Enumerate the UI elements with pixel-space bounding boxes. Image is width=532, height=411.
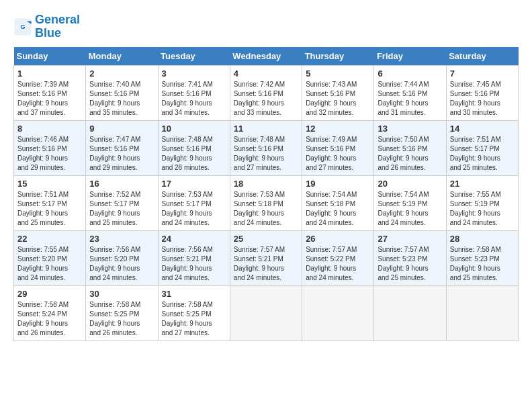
day-info: Sunrise: 7:56 AM Sunset: 5:20 PM Dayligh… bbox=[89, 245, 154, 283]
calendar-cell bbox=[446, 285, 518, 340]
day-number: 24 bbox=[162, 234, 226, 244]
day-number: 29 bbox=[17, 289, 82, 299]
day-number: 5 bbox=[306, 68, 370, 79]
header-monday: Monday bbox=[86, 47, 158, 66]
calendar-cell: 31Sunrise: 7:58 AM Sunset: 5:25 PM Dayli… bbox=[158, 285, 230, 340]
day-info: Sunrise: 7:58 AM Sunset: 5:24 PM Dayligh… bbox=[17, 300, 82, 338]
header-saturday: Saturday bbox=[446, 47, 518, 66]
calendar-week-2: 8Sunrise: 7:46 AM Sunset: 5:16 PM Daylig… bbox=[14, 120, 519, 175]
day-info: Sunrise: 7:54 AM Sunset: 5:19 PM Dayligh… bbox=[378, 190, 442, 228]
day-number: 15 bbox=[17, 179, 82, 189]
calendar-cell: 9Sunrise: 7:47 AM Sunset: 5:16 PM Daylig… bbox=[86, 120, 158, 175]
day-number: 28 bbox=[450, 234, 515, 244]
calendar-cell: 30Sunrise: 7:58 AM Sunset: 5:25 PM Dayli… bbox=[86, 285, 158, 340]
day-number: 11 bbox=[234, 124, 298, 134]
header-wednesday: Wednesday bbox=[230, 47, 302, 66]
day-info: Sunrise: 7:43 AM Sunset: 5:16 PM Dayligh… bbox=[306, 80, 370, 118]
day-info: Sunrise: 7:48 AM Sunset: 5:16 PM Dayligh… bbox=[234, 135, 298, 173]
day-info: Sunrise: 7:53 AM Sunset: 5:17 PM Dayligh… bbox=[162, 190, 226, 228]
calendar-cell: 24Sunrise: 7:56 AM Sunset: 5:21 PM Dayli… bbox=[158, 230, 230, 285]
calendar-cell: 25Sunrise: 7:57 AM Sunset: 5:21 PM Dayli… bbox=[230, 230, 302, 285]
day-info: Sunrise: 7:57 AM Sunset: 5:22 PM Dayligh… bbox=[306, 245, 370, 283]
calendar-cell: 17Sunrise: 7:53 AM Sunset: 5:17 PM Dayli… bbox=[158, 175, 230, 230]
calendar-cell: 22Sunrise: 7:55 AM Sunset: 5:20 PM Dayli… bbox=[14, 230, 86, 285]
day-number: 26 bbox=[306, 234, 370, 244]
page-header: G General Blue bbox=[13, 13, 519, 40]
logo: G General Blue bbox=[13, 13, 80, 40]
day-number: 20 bbox=[378, 179, 442, 189]
day-number: 2 bbox=[89, 68, 154, 79]
day-info: Sunrise: 7:58 AM Sunset: 5:25 PM Dayligh… bbox=[89, 300, 154, 338]
calendar-cell: 15Sunrise: 7:51 AM Sunset: 5:17 PM Dayli… bbox=[14, 175, 86, 230]
day-number: 17 bbox=[162, 179, 226, 189]
calendar-cell: 5Sunrise: 7:43 AM Sunset: 5:16 PM Daylig… bbox=[302, 65, 374, 120]
logo-icon: G bbox=[13, 17, 32, 36]
day-number: 22 bbox=[17, 234, 82, 244]
day-number: 23 bbox=[89, 234, 154, 244]
header-thursday: Thursday bbox=[302, 47, 374, 66]
calendar-cell: 8Sunrise: 7:46 AM Sunset: 5:16 PM Daylig… bbox=[14, 120, 86, 175]
calendar-cell: 19Sunrise: 7:54 AM Sunset: 5:18 PM Dayli… bbox=[302, 175, 374, 230]
calendar-table: SundayMondayTuesdayWednesdayThursdayFrid… bbox=[13, 47, 519, 341]
day-number: 4 bbox=[234, 68, 298, 79]
calendar-week-1: 1Sunrise: 7:39 AM Sunset: 5:16 PM Daylig… bbox=[14, 65, 519, 120]
day-number: 9 bbox=[89, 124, 154, 134]
calendar-cell bbox=[302, 285, 374, 340]
day-info: Sunrise: 7:54 AM Sunset: 5:18 PM Dayligh… bbox=[306, 190, 370, 228]
calendar-cell: 14Sunrise: 7:51 AM Sunset: 5:17 PM Dayli… bbox=[446, 120, 518, 175]
day-info: Sunrise: 7:57 AM Sunset: 5:23 PM Dayligh… bbox=[378, 245, 442, 283]
calendar-cell: 11Sunrise: 7:48 AM Sunset: 5:16 PM Dayli… bbox=[230, 120, 302, 175]
calendar-cell bbox=[374, 285, 446, 340]
calendar-cell: 1Sunrise: 7:39 AM Sunset: 5:16 PM Daylig… bbox=[14, 65, 86, 120]
calendar-cell: 28Sunrise: 7:58 AM Sunset: 5:23 PM Dayli… bbox=[446, 230, 518, 285]
day-number: 30 bbox=[89, 289, 154, 299]
day-info: Sunrise: 7:39 AM Sunset: 5:16 PM Dayligh… bbox=[17, 80, 82, 118]
day-number: 6 bbox=[378, 68, 442, 79]
day-info: Sunrise: 7:49 AM Sunset: 5:16 PM Dayligh… bbox=[306, 135, 370, 173]
day-number: 16 bbox=[89, 179, 154, 189]
day-info: Sunrise: 7:40 AM Sunset: 5:16 PM Dayligh… bbox=[89, 80, 154, 118]
day-info: Sunrise: 7:47 AM Sunset: 5:16 PM Dayligh… bbox=[89, 135, 154, 173]
calendar-cell: 20Sunrise: 7:54 AM Sunset: 5:19 PM Dayli… bbox=[374, 175, 446, 230]
day-info: Sunrise: 7:41 AM Sunset: 5:16 PM Dayligh… bbox=[162, 80, 226, 118]
day-info: Sunrise: 7:50 AM Sunset: 5:16 PM Dayligh… bbox=[378, 135, 442, 173]
calendar-week-4: 22Sunrise: 7:55 AM Sunset: 5:20 PM Dayli… bbox=[14, 230, 519, 285]
calendar-header-row: SundayMondayTuesdayWednesdayThursdayFrid… bbox=[14, 47, 519, 66]
calendar-week-5: 29Sunrise: 7:58 AM Sunset: 5:24 PM Dayli… bbox=[14, 285, 519, 340]
calendar-cell: 27Sunrise: 7:57 AM Sunset: 5:23 PM Dayli… bbox=[374, 230, 446, 285]
day-number: 18 bbox=[234, 179, 298, 189]
day-number: 31 bbox=[162, 289, 226, 299]
day-info: Sunrise: 7:45 AM Sunset: 5:16 PM Dayligh… bbox=[450, 80, 515, 118]
day-info: Sunrise: 7:55 AM Sunset: 5:19 PM Dayligh… bbox=[450, 190, 515, 228]
day-info: Sunrise: 7:58 AM Sunset: 5:23 PM Dayligh… bbox=[450, 245, 515, 283]
calendar-cell: 13Sunrise: 7:50 AM Sunset: 5:16 PM Dayli… bbox=[374, 120, 446, 175]
day-info: Sunrise: 7:58 AM Sunset: 5:25 PM Dayligh… bbox=[162, 300, 226, 338]
day-info: Sunrise: 7:42 AM Sunset: 5:16 PM Dayligh… bbox=[234, 80, 298, 118]
day-info: Sunrise: 7:51 AM Sunset: 5:17 PM Dayligh… bbox=[450, 135, 515, 173]
calendar-cell: 4Sunrise: 7:42 AM Sunset: 5:16 PM Daylig… bbox=[230, 65, 302, 120]
day-info: Sunrise: 7:48 AM Sunset: 5:16 PM Dayligh… bbox=[162, 135, 226, 173]
day-number: 1 bbox=[17, 68, 82, 79]
day-info: Sunrise: 7:51 AM Sunset: 5:17 PM Dayligh… bbox=[17, 190, 82, 228]
calendar-cell: 18Sunrise: 7:53 AM Sunset: 5:18 PM Dayli… bbox=[230, 175, 302, 230]
calendar-cell: 29Sunrise: 7:58 AM Sunset: 5:24 PM Dayli… bbox=[14, 285, 86, 340]
calendar-cell: 26Sunrise: 7:57 AM Sunset: 5:22 PM Dayli… bbox=[302, 230, 374, 285]
day-number: 3 bbox=[162, 68, 226, 79]
day-number: 7 bbox=[450, 68, 515, 79]
calendar-cell: 6Sunrise: 7:44 AM Sunset: 5:16 PM Daylig… bbox=[374, 65, 446, 120]
header-sunday: Sunday bbox=[14, 47, 86, 66]
calendar-cell: 23Sunrise: 7:56 AM Sunset: 5:20 PM Dayli… bbox=[86, 230, 158, 285]
calendar-cell: 10Sunrise: 7:48 AM Sunset: 5:16 PM Dayli… bbox=[158, 120, 230, 175]
calendar-cell: 21Sunrise: 7:55 AM Sunset: 5:19 PM Dayli… bbox=[446, 175, 518, 230]
day-number: 10 bbox=[162, 124, 226, 134]
calendar-cell: 2Sunrise: 7:40 AM Sunset: 5:16 PM Daylig… bbox=[86, 65, 158, 120]
day-info: Sunrise: 7:56 AM Sunset: 5:21 PM Dayligh… bbox=[162, 245, 226, 283]
calendar-cell bbox=[230, 285, 302, 340]
day-number: 21 bbox=[450, 179, 515, 189]
day-info: Sunrise: 7:57 AM Sunset: 5:21 PM Dayligh… bbox=[234, 245, 298, 283]
day-info: Sunrise: 7:53 AM Sunset: 5:18 PM Dayligh… bbox=[234, 190, 298, 228]
day-number: 25 bbox=[234, 234, 298, 244]
day-number: 13 bbox=[378, 124, 442, 134]
day-number: 27 bbox=[378, 234, 442, 244]
day-info: Sunrise: 7:52 AM Sunset: 5:17 PM Dayligh… bbox=[89, 190, 154, 228]
